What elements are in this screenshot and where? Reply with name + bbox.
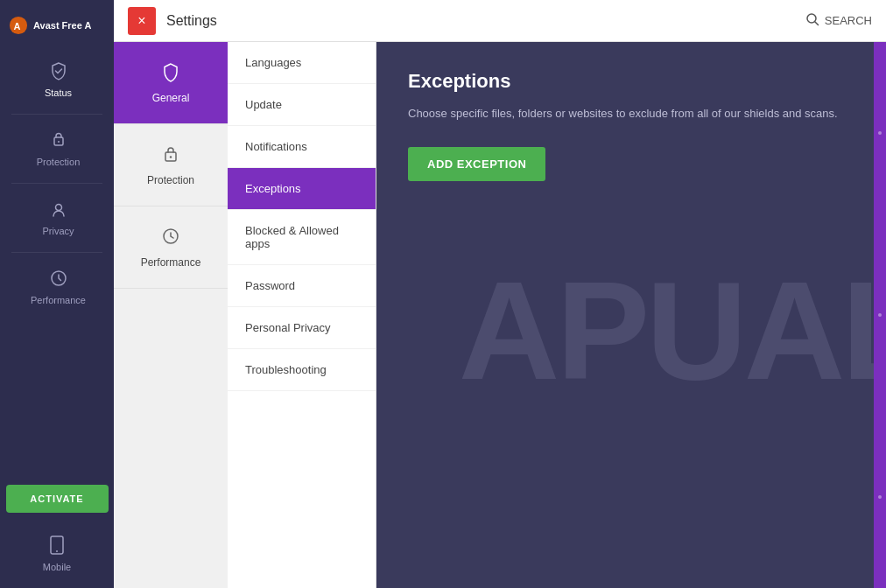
status-icon: [49, 61, 68, 84]
right-edge-bar: [874, 42, 886, 588]
settings-close-button[interactable]: ×: [128, 7, 156, 35]
third-nav-item-languages[interactable]: Languages: [228, 42, 376, 84]
avast-logo-icon: A: [9, 16, 28, 35]
svg-point-11: [170, 156, 172, 158]
settings-body: General Protection: [114, 42, 886, 588]
performance-sidebar-icon: [49, 269, 68, 291]
settings-search[interactable]: SEARCH: [805, 12, 872, 30]
sidebar-item-privacy[interactable]: Privacy: [0, 187, 114, 248]
second-nav-item-performance[interactable]: Performance: [114, 206, 228, 289]
svg-text:A: A: [14, 21, 21, 32]
edge-dot-3: [878, 495, 882, 499]
third-nav-item-blocked-allowed[interactable]: Blocked & Allowed apps: [228, 210, 376, 265]
sidebar-divider-3: [11, 252, 102, 253]
app-title: Avast Free A: [33, 20, 91, 31]
svg-point-4: [55, 205, 61, 211]
mobile-icon: [49, 536, 65, 558]
content-title: Exceptions: [408, 70, 842, 93]
edge-dot-1: [878, 131, 882, 135]
search-label: SEARCH: [825, 14, 872, 27]
sidebar-divider-1: [11, 114, 102, 115]
sidebar-item-performance[interactable]: Performance: [0, 256, 114, 318]
general-icon: [160, 61, 181, 87]
edge-dot-2: [878, 313, 882, 317]
settings-title: Settings: [166, 13, 805, 29]
app-logo: A Avast Free A: [0, 9, 114, 42]
settings-header: × Settings SEARCH: [114, 0, 886, 42]
protection-nav-icon: [160, 144, 181, 169]
performance-nav-label: Performance: [141, 256, 201, 269]
protection-icon: [49, 130, 68, 153]
privacy-label: Privacy: [42, 226, 74, 236]
troubleshooting-label: Troubleshooting: [245, 363, 327, 376]
status-label: Status: [45, 88, 72, 98]
languages-label: Languages: [245, 56, 301, 69]
mobile-label: Mobile: [43, 562, 71, 572]
third-nav-item-notifications[interactable]: Notifications: [228, 126, 376, 168]
performance-label: Performance: [31, 295, 86, 305]
protection-nav-label: Protection: [147, 174, 194, 186]
general-label: General: [152, 92, 190, 104]
second-nav-item-general[interactable]: General: [114, 42, 228, 124]
watermark-decoration: APUALS: [459, 250, 874, 411]
sidebar-item-protection[interactable]: Protection: [0, 118, 114, 179]
content-panel: Exceptions Choose specific files, folder…: [376, 42, 874, 588]
activate-button[interactable]: ACTIVATE: [6, 485, 109, 513]
svg-point-7: [56, 550, 58, 552]
third-nav-item-troubleshooting[interactable]: Troubleshooting: [228, 349, 376, 391]
third-nav-item-password[interactable]: Password: [228, 265, 376, 307]
add-exception-button[interactable]: ADD EXCEPTION: [408, 147, 545, 181]
password-label: Password: [245, 279, 295, 292]
sidebar-item-status[interactable]: Status: [0, 49, 114, 110]
svg-line-9: [815, 22, 819, 25]
privacy-icon: [49, 200, 68, 222]
notifications-label: Notifications: [245, 140, 307, 153]
third-nav-item-exceptions[interactable]: Exceptions: [228, 168, 376, 210]
blocked-allowed-label: Blocked & Allowed apps: [245, 224, 339, 250]
second-nav: General Protection: [114, 42, 228, 588]
performance-nav-icon: [160, 226, 181, 251]
svg-point-3: [58, 141, 60, 143]
second-nav-item-protection[interactable]: Protection: [114, 124, 228, 206]
sidebar: A Avast Free A Status Protection: [0, 0, 114, 588]
third-nav: Languages Update Notifications Exception…: [228, 42, 376, 588]
third-nav-item-update[interactable]: Update: [228, 84, 376, 126]
main-content: × Settings SEARCH General: [114, 0, 886, 588]
sidebar-item-mobile[interactable]: Mobile: [0, 527, 114, 581]
sidebar-divider-2: [11, 183, 102, 184]
personal-privacy-label: Personal Privacy: [245, 321, 331, 334]
third-nav-item-personal-privacy[interactable]: Personal Privacy: [228, 307, 376, 349]
exceptions-label: Exceptions: [245, 182, 301, 195]
update-label: Update: [245, 98, 282, 111]
content-description: Choose specific files, folders or websit…: [408, 105, 842, 122]
protection-label: Protection: [37, 157, 81, 167]
search-icon: [805, 12, 819, 30]
